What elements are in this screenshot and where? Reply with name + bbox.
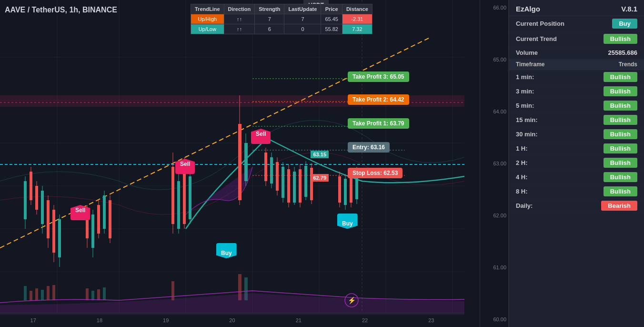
svg-rect-89 [103, 287, 106, 300]
tf-trend-0: Bullish [604, 72, 637, 82]
trends-header: Trends [619, 61, 637, 68]
price-62: 62.00 [482, 213, 506, 218]
tf-label-2: 5 min: [516, 102, 534, 109]
tf-rows: 1 min: Bullish 3 min: Bullish 5 min: Bul… [509, 70, 644, 213]
tf-trend-9: Bearish [601, 201, 637, 211]
trendline-strength-1: 6 [255, 24, 284, 34]
volume-row: Volume 25585.686 [509, 47, 644, 59]
take-profit-2-label: Take Profit 2: 64.42 [348, 94, 409, 105]
x-label-20: 20 [229, 317, 235, 323]
trendline-name-1: Up/Low [191, 24, 224, 34]
svg-rect-0 [0, 0, 464, 327]
col-strength: Strength [255, 4, 284, 14]
tf-row-0: 1 min: Bullish [509, 70, 644, 84]
svg-rect-80 [24, 286, 27, 300]
price-65: 65.00 [482, 57, 506, 62]
x-label-19: 19 [163, 317, 169, 323]
tf-label-9: Daily: [516, 202, 533, 209]
sell-signal-1: Sell [70, 205, 90, 220]
svg-rect-83 [41, 290, 44, 300]
svg-rect-85 [52, 285, 55, 300]
x-axis: 17 18 19 20 21 22 23 [0, 313, 464, 327]
price-60: 60.00 [482, 317, 506, 322]
tf-row-2: 5 min: Bullish [509, 99, 644, 113]
trendline-dir-0: ↑↑ [224, 14, 255, 24]
trendline-price-0: 65.45 [321, 14, 342, 24]
trendline-dist-1: 7.32 [342, 24, 372, 34]
tf-label-6: 2 H: [516, 159, 528, 166]
tf-row-9: Daily: Bearish [509, 199, 644, 213]
tf-row-8: 8 H: Bullish [509, 184, 644, 199]
panel-version: V.8.1 [621, 5, 637, 13]
sell-signal-2: Sell [175, 159, 195, 174]
take-profit-3-label: Take Profit 3: 65.05 [348, 72, 409, 82]
current-position-value: Buy [612, 19, 637, 29]
volume-value: 25585.686 [608, 49, 637, 56]
svg-rect-88 [97, 289, 100, 300]
col-lastupdate: LastUpdate [284, 4, 321, 14]
chart-svg: ⚡ [0, 0, 464, 327]
current-trend-label: Current Trend [516, 35, 557, 42]
chart-area: ⚡ AAVE / TetherUS, 1h, BINANCE USDT Tren… [0, 0, 464, 327]
x-label-17: 17 [30, 317, 36, 323]
tf-header: Timeframe Trends [509, 59, 644, 70]
price-63: 63.00 [482, 161, 506, 166]
svg-rect-82 [35, 288, 38, 300]
tf-trend-3: Bullish [604, 115, 637, 125]
svg-rect-81 [30, 291, 32, 300]
price-66: 66.00 [482, 5, 506, 10]
trendline-table: TrendLine Direction Strength LastUpdate … [191, 4, 372, 34]
trendline-update-0: 7 [284, 14, 321, 24]
tf-trend-7: Bullish [604, 172, 637, 182]
current-trend-value: Bullish [604, 34, 637, 44]
current-position-label: Current Position [516, 20, 564, 27]
col-trendline: TrendLine [191, 4, 224, 14]
tf-trend-5: Bullish [604, 143, 637, 153]
stop-loss-label: Stop Loss: 62.53 [348, 168, 402, 178]
svg-text:⚡: ⚡ [348, 296, 356, 305]
panel-header: EzAlgo V.8.1 [509, 0, 644, 16]
price-61: 61.00 [482, 265, 506, 270]
tf-label-7: 4 H: [516, 174, 528, 181]
tf-trend-4: Bullish [604, 129, 637, 139]
take-profit-1-label: Take Profit 1: 63.79 [348, 118, 409, 129]
trendline-dist-0: -2.31 [342, 14, 372, 24]
tf-row-6: 2 H: Bullish [509, 156, 644, 170]
svg-rect-86 [86, 288, 89, 300]
sell-signal-3: Sell [251, 129, 271, 144]
tf-label-0: 1 min: [516, 73, 534, 81]
x-label-18: 18 [97, 317, 102, 323]
tf-row-4: 30 min: Bullish [509, 127, 644, 142]
trendline-strength-0: 7 [255, 14, 284, 24]
tf-trend-1: Bullish [604, 86, 637, 96]
tf-trend-6: Bullish [604, 158, 637, 168]
buy-signal-1: Buy [216, 243, 237, 258]
current-trend-row: Current Trend Bullish [509, 31, 644, 47]
svg-rect-84 [47, 286, 50, 300]
tf-row-7: 4 H: Bullish [509, 170, 644, 184]
col-direction: Direction [224, 4, 255, 14]
svg-rect-87 [91, 291, 94, 300]
price-tooltip-red: 62.79 [311, 174, 329, 182]
svg-rect-90 [171, 281, 174, 300]
col-price: Price [321, 4, 342, 14]
tf-row-1: 3 min: Bullish [509, 84, 644, 99]
buy-signal-2: Buy [337, 214, 358, 229]
tf-label-4: 30 min: [516, 131, 538, 138]
tf-trend-8: Bullish [604, 186, 637, 196]
col-distance: Distance [342, 4, 372, 14]
x-label-23: 23 [428, 317, 434, 323]
tf-label-1: 3 min: [516, 88, 534, 95]
chart-title: AAVE / TetherUS, 1h, BINANCE [5, 6, 117, 14]
current-position-row: Current Position Buy [509, 16, 644, 31]
price-64: 64.00 [482, 109, 506, 114]
trendline-name-0: Up/High [191, 14, 224, 24]
tf-row-5: 1 H: Bullish [509, 142, 644, 156]
volume-label: Volume [516, 49, 538, 56]
trendline-update-1: 0 [284, 24, 321, 34]
trendline-dir-1: ↑↑ [224, 24, 255, 34]
tf-label-3: 15 min: [516, 116, 538, 123]
panel-title: EzAlgo [516, 5, 540, 13]
right-panel: EzAlgo V.8.1 Current Position Buy Curren… [508, 0, 644, 327]
tf-row-3: 15 min: Bullish [509, 113, 644, 127]
